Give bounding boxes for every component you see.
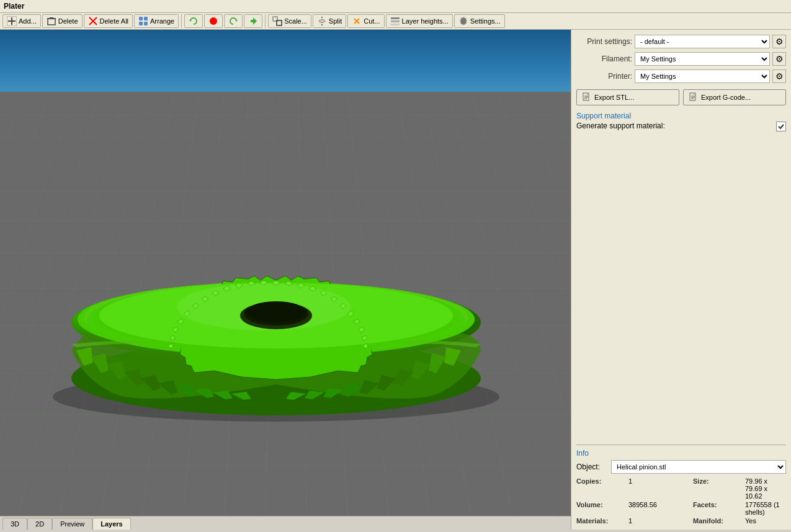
checkmark-icon (777, 123, 785, 130)
svg-rect-11 (144, 22, 148, 25)
view-tabs: 3D 2D Preview Layers (0, 516, 571, 530)
title-label: Plater (4, 2, 24, 11)
export-stl-icon (582, 92, 592, 102)
printer-label: Printer: (576, 72, 632, 81)
facets-value: 1776558 (1 shells) (745, 501, 786, 516)
export-gcode-icon (689, 92, 699, 102)
facets-label: Facets: (693, 501, 743, 516)
info-grid: Copies: 1 Size: 79.96 x 79.69 x 10.62 Vo… (576, 477, 786, 525)
export-gcode-button[interactable]: Export G-code... (683, 89, 786, 105)
filament-select[interactable]: My Settings (635, 52, 770, 66)
stop-button[interactable] (204, 14, 223, 28)
svg-rect-5 (50, 17, 53, 19)
svg-point-13 (210, 17, 217, 25)
scale-icon (272, 16, 282, 26)
copies-label: Copies: (576, 477, 626, 500)
rotate-right-button[interactable] (224, 14, 243, 28)
filament-row: Filament: My Settings ⚙ (576, 52, 786, 66)
gear-model (34, 174, 518, 434)
add-button[interactable]: Add... (2, 14, 41, 28)
svg-marker-12 (189, 20, 192, 22)
rotate-right-icon (228, 16, 238, 26)
main-layout: 3D 2D Preview Layers Print settings: - d… (0, 30, 791, 530)
svg-rect-9 (144, 17, 148, 20)
layer-heights-icon (390, 16, 400, 26)
support-material-title: Support material (576, 112, 786, 120)
tab-preview[interactable]: Preview (52, 518, 92, 530)
manifold-value: Yes (745, 517, 786, 525)
separator-1 (181, 14, 182, 28)
export-row: Export STL... Export G-code... (576, 89, 786, 105)
tab-3d[interactable]: 3D (2, 518, 27, 530)
svg-rect-8 (139, 17, 143, 20)
view-3d[interactable] (0, 30, 571, 516)
rotate-left-button[interactable] (184, 14, 203, 28)
volume-value: 38958.56 (628, 501, 690, 516)
support-material-section: Support material Generate support materi… (576, 109, 786, 131)
delete-all-button[interactable]: Delete All (84, 14, 133, 28)
cut-icon (352, 16, 362, 26)
size-label: Size: (693, 477, 743, 500)
title-bar: Plater (0, 0, 791, 13)
arrange-button[interactable]: Arrange (134, 14, 179, 28)
filament-gear-button[interactable]: ⚙ (772, 52, 786, 66)
delete-all-icon (88, 16, 98, 26)
object-label: Object: (576, 463, 609, 471)
cut-button[interactable]: Cut... (347, 14, 384, 28)
info-title: Info (576, 449, 786, 458)
printer-select[interactable]: My Settings (635, 69, 770, 83)
filament-label: Filament: (576, 55, 632, 63)
svg-rect-20 (391, 17, 400, 19)
generate-support-row: Generate support material: (576, 122, 786, 131)
materials-value: 1 (628, 517, 690, 525)
settings-button[interactable]: Settings... (454, 14, 505, 28)
delete-button[interactable]: Delete (42, 14, 83, 28)
gear-container (31, 141, 521, 466)
info-section: Info Object: Helical pinion.stl Copies: … (576, 445, 786, 525)
svg-rect-10 (139, 22, 143, 25)
settings-icon (458, 16, 468, 26)
materials-label: Materials: (576, 517, 626, 525)
svg-rect-3 (48, 19, 55, 25)
right-panel: Print settings: - default - ⚙ Filament: … (571, 30, 791, 530)
flip-icon (248, 16, 258, 26)
svg-marker-75 (694, 93, 695, 95)
stop-icon (208, 16, 218, 26)
print-settings-label: Print settings: (576, 37, 632, 46)
spacer (576, 135, 786, 438)
toolbar: Add... Delete Delete All Arrange Scale..… (0, 13, 791, 30)
delete-icon (47, 16, 56, 26)
scale-button[interactable]: Scale... (268, 14, 311, 28)
object-select[interactable]: Helical pinion.stl (611, 460, 786, 474)
print-settings-gear-button[interactable]: ⚙ (772, 35, 786, 48)
generate-support-label: Generate support material: (576, 122, 771, 130)
tab-layers[interactable]: Layers (92, 518, 130, 530)
rotate-left-icon (189, 16, 199, 26)
object-select-row: Object: Helical pinion.stl (576, 460, 786, 474)
svg-marker-14 (235, 20, 238, 22)
export-stl-button[interactable]: Export STL... (576, 89, 679, 105)
view-panel: 3D 2D Preview Layers (0, 30, 571, 530)
add-icon (7, 16, 17, 26)
manifold-label: Manifold: (693, 517, 743, 525)
printer-gear-button[interactable]: ⚙ (772, 69, 786, 83)
svg-point-44 (246, 301, 306, 322)
svg-rect-21 (391, 20, 400, 22)
printer-row: Printer: My Settings ⚙ (576, 69, 786, 83)
split-button[interactable]: Split (313, 14, 346, 28)
copies-value: 1 (628, 477, 690, 500)
generate-support-checkbox[interactable] (776, 122, 786, 131)
volume-label: Volume: (576, 501, 626, 516)
size-value: 79.96 x 79.69 x 10.62 (745, 477, 786, 500)
separator-2 (265, 14, 266, 28)
print-settings-select[interactable]: - default - (635, 35, 770, 48)
svg-rect-22 (391, 24, 400, 25)
tab-2d[interactable]: 2D (27, 518, 52, 530)
svg-rect-1 (8, 20, 16, 22)
print-settings-row: Print settings: - default - ⚙ (576, 35, 786, 48)
flip-button[interactable] (244, 14, 262, 28)
layer-heights-button[interactable]: Layer heights... (386, 14, 453, 28)
split-icon (317, 16, 327, 26)
arrange-icon (138, 16, 148, 26)
svg-marker-70 (587, 93, 589, 95)
